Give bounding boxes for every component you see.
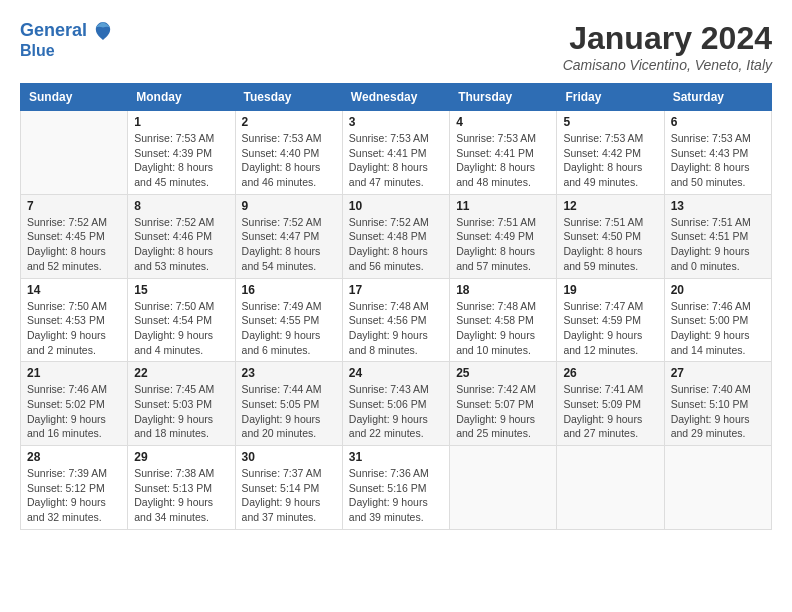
day-detail: Sunrise: 7:41 AMSunset: 5:09 PMDaylight:… (563, 382, 657, 441)
day-detail: Sunrise: 7:37 AMSunset: 5:14 PMDaylight:… (242, 466, 336, 525)
logo-general: General (20, 20, 87, 40)
day-number: 30 (242, 450, 336, 464)
day-detail: Sunrise: 7:47 AMSunset: 4:59 PMDaylight:… (563, 299, 657, 358)
weekday-header-friday: Friday (557, 84, 664, 111)
logo-bird-icon (94, 20, 112, 42)
day-number: 11 (456, 199, 550, 213)
day-detail: Sunrise: 7:51 AMSunset: 4:50 PMDaylight:… (563, 215, 657, 274)
day-number: 27 (671, 366, 765, 380)
calendar-cell: 7Sunrise: 7:52 AMSunset: 4:45 PMDaylight… (21, 194, 128, 278)
day-number: 23 (242, 366, 336, 380)
day-detail: Sunrise: 7:46 AMSunset: 5:02 PMDaylight:… (27, 382, 121, 441)
calendar-cell: 13Sunrise: 7:51 AMSunset: 4:51 PMDayligh… (664, 194, 771, 278)
weekday-header-wednesday: Wednesday (342, 84, 449, 111)
day-number: 22 (134, 366, 228, 380)
day-detail: Sunrise: 7:38 AMSunset: 5:13 PMDaylight:… (134, 466, 228, 525)
day-number: 31 (349, 450, 443, 464)
day-detail: Sunrise: 7:52 AMSunset: 4:45 PMDaylight:… (27, 215, 121, 274)
day-detail: Sunrise: 7:53 AMSunset: 4:41 PMDaylight:… (349, 131, 443, 190)
calendar-cell (450, 446, 557, 530)
day-detail: Sunrise: 7:45 AMSunset: 5:03 PMDaylight:… (134, 382, 228, 441)
calendar-cell: 12Sunrise: 7:51 AMSunset: 4:50 PMDayligh… (557, 194, 664, 278)
day-detail: Sunrise: 7:52 AMSunset: 4:46 PMDaylight:… (134, 215, 228, 274)
weekday-header-monday: Monday (128, 84, 235, 111)
calendar-cell: 28Sunrise: 7:39 AMSunset: 5:12 PMDayligh… (21, 446, 128, 530)
day-detail: Sunrise: 7:46 AMSunset: 5:00 PMDaylight:… (671, 299, 765, 358)
logo-blue: Blue (20, 42, 112, 60)
calendar-table: SundayMondayTuesdayWednesdayThursdayFrid… (20, 83, 772, 530)
calendar-cell: 23Sunrise: 7:44 AMSunset: 5:05 PMDayligh… (235, 362, 342, 446)
day-number: 10 (349, 199, 443, 213)
day-detail: Sunrise: 7:48 AMSunset: 4:58 PMDaylight:… (456, 299, 550, 358)
day-detail: Sunrise: 7:53 AMSunset: 4:40 PMDaylight:… (242, 131, 336, 190)
day-number: 26 (563, 366, 657, 380)
weekday-header-tuesday: Tuesday (235, 84, 342, 111)
calendar-cell: 18Sunrise: 7:48 AMSunset: 4:58 PMDayligh… (450, 278, 557, 362)
day-number: 19 (563, 283, 657, 297)
day-number: 1 (134, 115, 228, 129)
week-row-4: 28Sunrise: 7:39 AMSunset: 5:12 PMDayligh… (21, 446, 772, 530)
day-number: 12 (563, 199, 657, 213)
day-detail: Sunrise: 7:53 AMSunset: 4:43 PMDaylight:… (671, 131, 765, 190)
calendar-cell: 1Sunrise: 7:53 AMSunset: 4:39 PMDaylight… (128, 111, 235, 195)
calendar-cell: 21Sunrise: 7:46 AMSunset: 5:02 PMDayligh… (21, 362, 128, 446)
calendar-cell: 29Sunrise: 7:38 AMSunset: 5:13 PMDayligh… (128, 446, 235, 530)
location-subtitle: Camisano Vicentino, Veneto, Italy (563, 57, 772, 73)
calendar-cell: 27Sunrise: 7:40 AMSunset: 5:10 PMDayligh… (664, 362, 771, 446)
calendar-cell: 6Sunrise: 7:53 AMSunset: 4:43 PMDaylight… (664, 111, 771, 195)
day-number: 20 (671, 283, 765, 297)
calendar-cell: 4Sunrise: 7:53 AMSunset: 4:41 PMDaylight… (450, 111, 557, 195)
day-detail: Sunrise: 7:39 AMSunset: 5:12 PMDaylight:… (27, 466, 121, 525)
day-number: 16 (242, 283, 336, 297)
calendar-cell (664, 446, 771, 530)
week-row-1: 7Sunrise: 7:52 AMSunset: 4:45 PMDaylight… (21, 194, 772, 278)
calendar-cell: 14Sunrise: 7:50 AMSunset: 4:53 PMDayligh… (21, 278, 128, 362)
logo-text: General (20, 20, 112, 42)
calendar-cell: 9Sunrise: 7:52 AMSunset: 4:47 PMDaylight… (235, 194, 342, 278)
day-number: 8 (134, 199, 228, 213)
day-detail: Sunrise: 7:44 AMSunset: 5:05 PMDaylight:… (242, 382, 336, 441)
day-detail: Sunrise: 7:40 AMSunset: 5:10 PMDaylight:… (671, 382, 765, 441)
calendar-cell: 31Sunrise: 7:36 AMSunset: 5:16 PMDayligh… (342, 446, 449, 530)
day-number: 14 (27, 283, 121, 297)
day-number: 17 (349, 283, 443, 297)
calendar-cell: 3Sunrise: 7:53 AMSunset: 4:41 PMDaylight… (342, 111, 449, 195)
calendar-cell: 22Sunrise: 7:45 AMSunset: 5:03 PMDayligh… (128, 362, 235, 446)
calendar-cell: 15Sunrise: 7:50 AMSunset: 4:54 PMDayligh… (128, 278, 235, 362)
calendar-cell: 17Sunrise: 7:48 AMSunset: 4:56 PMDayligh… (342, 278, 449, 362)
calendar-cell: 30Sunrise: 7:37 AMSunset: 5:14 PMDayligh… (235, 446, 342, 530)
calendar-cell (21, 111, 128, 195)
calendar-cell: 10Sunrise: 7:52 AMSunset: 4:48 PMDayligh… (342, 194, 449, 278)
day-detail: Sunrise: 7:48 AMSunset: 4:56 PMDaylight:… (349, 299, 443, 358)
weekday-header-saturday: Saturday (664, 84, 771, 111)
calendar-cell: 25Sunrise: 7:42 AMSunset: 5:07 PMDayligh… (450, 362, 557, 446)
day-detail: Sunrise: 7:50 AMSunset: 4:54 PMDaylight:… (134, 299, 228, 358)
month-year-title: January 2024 (563, 20, 772, 57)
page-header: General Blue January 2024 Camisano Vicen… (20, 20, 772, 73)
day-detail: Sunrise: 7:51 AMSunset: 4:49 PMDaylight:… (456, 215, 550, 274)
day-number: 4 (456, 115, 550, 129)
day-number: 13 (671, 199, 765, 213)
day-number: 7 (27, 199, 121, 213)
calendar-cell: 11Sunrise: 7:51 AMSunset: 4:49 PMDayligh… (450, 194, 557, 278)
day-detail: Sunrise: 7:51 AMSunset: 4:51 PMDaylight:… (671, 215, 765, 274)
title-block: January 2024 Camisano Vicentino, Veneto,… (563, 20, 772, 73)
calendar-cell: 5Sunrise: 7:53 AMSunset: 4:42 PMDaylight… (557, 111, 664, 195)
day-number: 6 (671, 115, 765, 129)
day-number: 28 (27, 450, 121, 464)
calendar-cell: 19Sunrise: 7:47 AMSunset: 4:59 PMDayligh… (557, 278, 664, 362)
day-detail: Sunrise: 7:53 AMSunset: 4:41 PMDaylight:… (456, 131, 550, 190)
calendar-cell: 2Sunrise: 7:53 AMSunset: 4:40 PMDaylight… (235, 111, 342, 195)
day-number: 21 (27, 366, 121, 380)
logo: General Blue (20, 20, 112, 60)
calendar-cell: 24Sunrise: 7:43 AMSunset: 5:06 PMDayligh… (342, 362, 449, 446)
day-number: 3 (349, 115, 443, 129)
calendar-cell: 20Sunrise: 7:46 AMSunset: 5:00 PMDayligh… (664, 278, 771, 362)
day-number: 5 (563, 115, 657, 129)
day-number: 25 (456, 366, 550, 380)
calendar-cell: 16Sunrise: 7:49 AMSunset: 4:55 PMDayligh… (235, 278, 342, 362)
day-detail: Sunrise: 7:53 AMSunset: 4:39 PMDaylight:… (134, 131, 228, 190)
weekday-header-sunday: Sunday (21, 84, 128, 111)
day-detail: Sunrise: 7:52 AMSunset: 4:47 PMDaylight:… (242, 215, 336, 274)
day-number: 29 (134, 450, 228, 464)
